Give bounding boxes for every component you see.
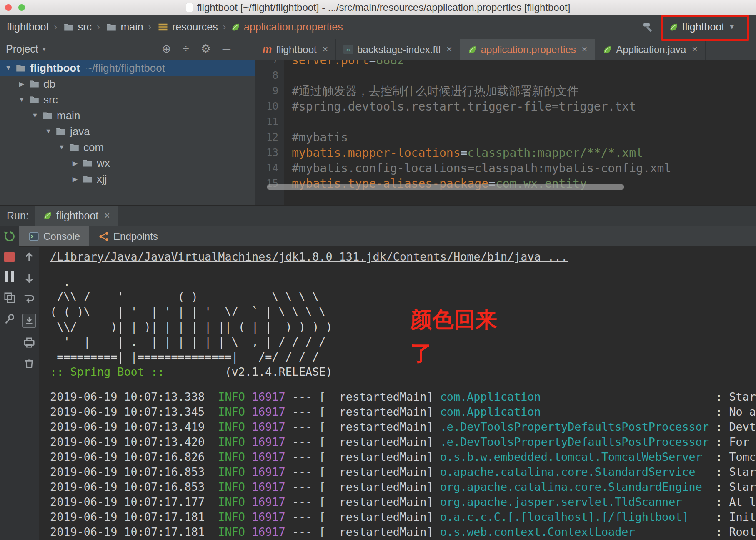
console-output[interactable]: /Library/Java/JavaVirtualMachines/jdk1.8…	[39, 247, 756, 540]
expand-arrow-icon[interactable]: ▶	[69, 175, 81, 183]
log-pid: 16917	[252, 465, 292, 480]
tab-application-java[interactable]: Application.java ×	[595, 39, 706, 60]
spring-boot-version-line: :: Spring Boot :: (v2.1.4.RELEASE)	[50, 364, 756, 379]
restore-layout-icon[interactable]	[3, 291, 16, 304]
horizontal-scrollbar[interactable]	[267, 184, 624, 190]
expand-arrow-icon[interactable]: ▼	[3, 64, 14, 72]
log-level: INFO	[218, 435, 252, 450]
stop-icon[interactable]	[4, 252, 15, 262]
expand-arrow-icon[interactable]: ▶	[16, 80, 28, 88]
locate-file-icon[interactable]: ⊕	[162, 43, 171, 55]
rerun-icon[interactable]	[3, 230, 16, 243]
close-icon[interactable]: ×	[692, 44, 697, 55]
soft-wrap-icon[interactable]	[23, 293, 35, 305]
close-icon[interactable]: ×	[323, 44, 328, 55]
breadcrumb-resources[interactable]: resources	[172, 21, 218, 33]
code-line: 9 #通过触发器，去控制什么时候进行热加载部署新的文件	[255, 83, 756, 99]
code-line: 8	[255, 68, 756, 83]
tab-application-properties[interactable]: application.properties ×	[460, 39, 596, 60]
close-icon[interactable]: ×	[446, 44, 452, 55]
tab-endpoints[interactable]: Endpoints	[89, 226, 167, 246]
breadcrumb-main[interactable]: main	[120, 21, 143, 33]
tree-item-label: main	[57, 109, 80, 122]
comment-text: #mybatis	[292, 130, 348, 145]
tree-item-com[interactable]: ▼ com	[0, 139, 255, 155]
pause-output-icon[interactable]	[5, 271, 14, 282]
expand-arrow-icon[interactable]: ▼	[56, 143, 68, 151]
clear-console-icon[interactable]	[23, 357, 35, 369]
log-pid: 16917	[252, 495, 292, 510]
expand-arrow-icon[interactable]: ▼	[29, 112, 41, 119]
property-value: 8882	[376, 60, 404, 68]
spring-boot-version: (v2.1.4.RELEASE)	[225, 364, 332, 379]
log-separator: ---	[292, 419, 319, 435]
log-thread: [ restartedMain]	[319, 495, 440, 510]
build-hammer-icon[interactable]	[642, 21, 654, 33]
breadcrumb-current-file[interactable]: application.properties	[244, 21, 343, 33]
log-separator: ---	[292, 495, 319, 510]
collapse-all-icon[interactable]: ÷	[183, 43, 189, 55]
code-editor[interactable]: 7 server.port=8882 8 9 #通过触发器，去控制什么时候进行热…	[255, 60, 756, 205]
pin-tab-icon[interactable]	[3, 313, 16, 326]
code-line: 14 #mybatis.config-locations=classpath:m…	[255, 161, 756, 176]
editor-tab-bar: m flightboot × ‹› backstage-index.ftl × …	[255, 39, 756, 60]
log-separator: ---	[292, 404, 319, 419]
log-separator: ---	[292, 525, 319, 540]
log-separator: ---	[292, 389, 319, 404]
freemarker-file-icon: ‹›	[343, 45, 353, 54]
tab-flightboot[interactable]: m flightboot ×	[255, 39, 336, 60]
log-level: INFO	[218, 404, 252, 419]
chevron-down-icon[interactable]: ▾	[43, 45, 46, 53]
tree-item-flightboot-root[interactable]: ▼ flightboot ~/flight/flightboot	[0, 60, 255, 76]
close-icon[interactable]: ×	[582, 44, 587, 55]
code-line: 13 mybatis.mapper-locations=classpath:ma…	[255, 145, 756, 161]
tree-item-xjj[interactable]: ▶ xjj	[0, 171, 255, 187]
folder-icon	[64, 23, 74, 31]
settings-gear-icon[interactable]: ⚙	[201, 43, 211, 55]
log-logger: .e.DevToolsPropertyDefaultsPostProcessor	[440, 419, 716, 435]
scroll-to-end-icon[interactable]	[22, 314, 36, 328]
log-pid: 16917	[252, 480, 292, 495]
expand-arrow-icon[interactable]: ▶	[69, 159, 81, 167]
folder-icon	[29, 80, 39, 88]
tab-backstage-index-ftl[interactable]: ‹› backstage-index.ftl ×	[336, 39, 460, 60]
tree-item-db[interactable]: ▶ db	[0, 76, 255, 92]
line-number: 13	[255, 145, 284, 161]
folder-icon	[56, 127, 66, 136]
log-line: 2019-06-19 10:07:13.420INFO16917---[ res…	[50, 435, 756, 450]
spring-ascii-banner: . ____ _ __ _ _ /\\ / ___'_ __ _ _(_)_ _…	[50, 274, 756, 364]
hide-panel-icon[interactable]: ─	[223, 43, 230, 55]
equals-sign: =	[369, 60, 376, 68]
log-pid: 16917	[252, 404, 292, 419]
log-thread: [ restartedMain]	[319, 450, 440, 465]
expand-arrow-icon[interactable]: ▼	[16, 96, 28, 103]
spring-leaf-icon	[468, 45, 477, 54]
close-icon[interactable]: ×	[104, 210, 110, 221]
log-separator: ---	[292, 480, 319, 495]
breadcrumb-src[interactable]: src	[78, 21, 92, 33]
tree-item-java[interactable]: ▼ java	[0, 123, 255, 139]
java-command-line: /Library/Java/JavaVirtualMachines/jdk1.8…	[50, 249, 756, 264]
project-panel-title[interactable]: Project	[6, 43, 38, 55]
titlebar: flightboot [~/flight/flightboot] - .../s…	[0, 0, 756, 15]
log-line: 2019-06-19 10:07:13.338INFO16917---[ res…	[50, 389, 756, 404]
breadcrumb-project[interactable]: flightboot	[7, 21, 49, 33]
tree-item-wx[interactable]: ▶ wx	[0, 155, 255, 171]
log-thread: [ restartedMain]	[319, 510, 440, 525]
chevron-right-icon: ›	[54, 22, 57, 33]
run-session-tab[interactable]: flightboot ×	[35, 206, 118, 226]
tree-item-main[interactable]: ▼ main	[0, 108, 255, 123]
expand-arrow-icon[interactable]: ▼	[43, 128, 54, 135]
log-message: : Tomca	[716, 450, 756, 465]
tree-item-src[interactable]: ▼ src	[0, 92, 255, 108]
print-icon[interactable]	[23, 336, 35, 349]
log-thread: [ restartedMain]	[319, 419, 440, 435]
log-line: 2019-06-19 10:07:17.181INFO16917---[ res…	[50, 510, 756, 525]
line-number: 11	[255, 114, 284, 130]
equals-sign: =	[461, 145, 468, 161]
down-stack-trace-icon[interactable]	[23, 272, 35, 284]
log-pid: 16917	[252, 419, 292, 435]
up-stack-trace-icon[interactable]	[23, 251, 35, 264]
log-thread: [ restartedMain]	[319, 389, 440, 404]
tab-console[interactable]: Console	[19, 226, 89, 246]
